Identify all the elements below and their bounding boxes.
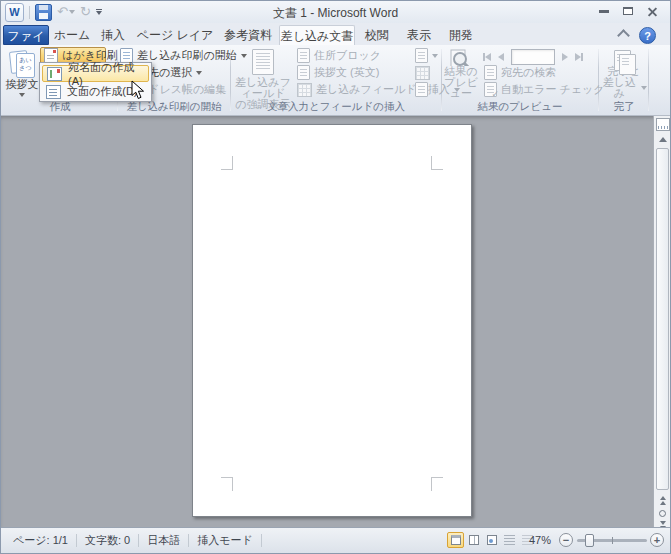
help-button[interactable]: ?	[639, 27, 656, 44]
preview-results-icon	[448, 49, 474, 66]
ribbon-tab-row: ファイル ホーム 挿入 ページ レイアウト 参考資料 差し込み文書 校閲 表示 …	[1, 23, 670, 45]
full-screen-reading-view-button[interactable]	[465, 532, 482, 548]
greeting-line-label: 挨拶文 (英文)	[314, 65, 379, 80]
tab-home[interactable]: ホーム	[51, 25, 93, 45]
next-page-button[interactable]	[655, 519, 670, 527]
tab-view[interactable]: 表示	[399, 25, 439, 45]
greeting-line-icon	[297, 65, 310, 80]
status-left-group: ページ: 1/1 文字数: 0 日本語 挿入モード	[5, 531, 262, 549]
dropdown-arrow-icon	[19, 93, 25, 97]
insert-mode-indicator[interactable]: 挿入モード	[189, 531, 261, 549]
group-label-preview-results: 結果のプレビュー	[441, 100, 599, 114]
first-record-button	[483, 53, 491, 61]
zoom-slider-notch	[612, 537, 613, 544]
highlight-merge-fields-label1: 差し込みフィールド	[233, 77, 293, 99]
finish-merge-button: 完了と 差し込み	[601, 47, 647, 99]
zoom-out-button[interactable]: −	[559, 533, 573, 547]
create-address-side-icon	[47, 67, 62, 81]
highlight-merge-fields-icon	[252, 49, 274, 75]
dropdown-arrow-icon	[641, 86, 647, 90]
view-shortcuts	[447, 532, 536, 548]
tab-references[interactable]: 参考資料	[219, 25, 277, 45]
match-fields-button	[415, 64, 430, 81]
next-record-button	[562, 53, 568, 61]
zoom-in-button[interactable]: +	[650, 533, 664, 547]
dropdown-arrow-icon	[432, 54, 438, 58]
language-indicator[interactable]: 日本語	[139, 531, 188, 549]
insert-merge-field-label: 差し込みフィールドの挿入	[316, 82, 450, 97]
update-labels-icon	[415, 82, 428, 97]
chevron-up-icon	[617, 29, 630, 42]
tab-review[interactable]: 校閲	[357, 25, 397, 45]
preview-results-button: 結果の プレビュー	[442, 47, 480, 99]
tab-developer[interactable]: 開発	[441, 25, 481, 45]
rules-button	[415, 47, 438, 64]
tab-mailings[interactable]: 差し込み文書	[279, 25, 355, 45]
title-bar: W ↶ ↻ 文書 1 - Microsoft Word	[1, 1, 670, 23]
previous-page-button[interactable]	[655, 494, 670, 507]
last-record-button	[575, 53, 583, 61]
ruler-toggle-button[interactable]	[655, 118, 670, 131]
group-label-write-insert-fields: 文章入力とフィールドの挿入	[231, 100, 441, 114]
match-fields-icon	[415, 66, 430, 80]
mouse-cursor	[131, 80, 146, 101]
web-layout-icon	[487, 535, 497, 545]
insert-merge-field-icon	[297, 83, 312, 97]
maximize-button[interactable]	[616, 3, 640, 19]
start-mail-merge-label: 差し込み印刷の開始	[137, 48, 237, 63]
greeting-text-icon: あいさつ	[9, 49, 35, 76]
postcard-print-icon	[44, 48, 58, 63]
tab-page-layout[interactable]: ページ レイアウト	[133, 25, 217, 45]
preview-results-label2: プレビュー	[442, 77, 480, 99]
dropdown-arrow-icon	[196, 71, 202, 75]
web-layout-view-button[interactable]	[483, 532, 500, 548]
highlight-merge-fields-button: 差し込みフィールド の強調表示	[233, 47, 293, 99]
update-labels-button	[415, 81, 428, 98]
window-controls	[592, 3, 664, 19]
finish-merge-label2-wrap: 差し込み	[601, 77, 647, 99]
window-title: 文書 1 - Microsoft Word	[1, 5, 670, 22]
insert-merge-field-button: 差し込みフィールドの挿入	[297, 81, 460, 98]
tab-insert[interactable]: 挿入	[95, 25, 131, 45]
vertical-scrollbar[interactable]	[653, 116, 670, 527]
full-screen-reading-icon	[469, 535, 479, 545]
zoom-level[interactable]: 47%	[529, 531, 551, 549]
find-recipient-icon	[484, 65, 497, 80]
print-layout-view-button[interactable]	[447, 532, 464, 548]
close-icon	[647, 6, 658, 17]
margin-mark-top-right	[431, 156, 443, 170]
zoom-slider-thumb[interactable]	[585, 534, 594, 547]
create-message-side-icon	[46, 85, 61, 99]
address-block-label: 住所ブロック	[314, 48, 381, 63]
scroll-up-button[interactable]	[655, 133, 670, 146]
minimize-button[interactable]	[592, 3, 616, 19]
address-block-icon	[297, 48, 310, 63]
address-block-button: 住所ブロック	[297, 47, 381, 64]
scrollbar-thumb[interactable]	[656, 148, 669, 490]
word-count[interactable]: 文字数: 0	[77, 531, 138, 549]
greeting-text-label: 挨拶文	[6, 79, 39, 90]
margin-mark-bottom-left	[221, 477, 233, 491]
browse-object-icon	[659, 510, 666, 517]
document-area	[1, 116, 670, 527]
ribbon-collapse-button[interactable]	[619, 31, 628, 40]
finish-merge-label2: 差し込み	[601, 77, 638, 99]
margin-mark-bottom-right	[431, 477, 443, 491]
finish-merge-icon	[611, 49, 637, 66]
previous-record-button	[498, 53, 504, 61]
group-label-create: 作成	[3, 100, 117, 114]
outline-icon	[504, 535, 515, 545]
tab-file[interactable]: ファイル	[3, 25, 49, 45]
greeting-line-button: 挨拶文 (英文)	[297, 64, 379, 81]
greeting-text-button[interactable]: あいさつ 挨拶文	[5, 47, 39, 99]
outline-view-button[interactable]	[501, 532, 518, 548]
page-indicator[interactable]: ページ: 1/1	[5, 531, 76, 549]
scroll-up-icon	[659, 137, 667, 142]
previous-page-icon	[660, 496, 666, 505]
close-button[interactable]	[640, 3, 664, 19]
minimize-icon	[599, 10, 609, 13]
group-label-start-mail-merge: 差し込み印刷の開始	[117, 100, 231, 114]
document-page[interactable]	[192, 124, 472, 517]
ruler-toggle-icon	[656, 118, 670, 131]
group-label-finish: 完了	[599, 100, 649, 114]
